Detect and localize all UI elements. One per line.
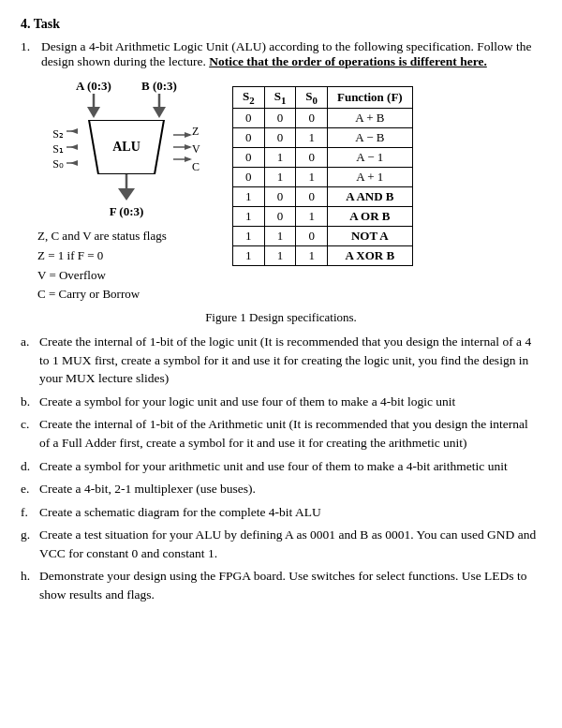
sub-task-item: c.Create the internal of 1-bit of the Ar… (21, 415, 541, 452)
table-cell: 0 (264, 108, 296, 127)
alu-box: ALU (80, 120, 173, 174)
sub-task-label: a. (21, 333, 34, 388)
flag-line2: Z = 1 if F = 0 (37, 246, 215, 266)
svg-marker-16 (185, 156, 192, 162)
task-emphasis: Notice that the order of operations is d… (209, 54, 487, 68)
svg-marker-12 (185, 132, 192, 138)
alu-s2: S₂ (52, 127, 64, 141)
sub-task-item: e.Create a 4-bit, 2-1 multiplexer (use b… (21, 480, 541, 498)
table-cell: 0 (233, 127, 265, 147)
table-cell: 1 (296, 127, 328, 147)
table-cell: 1 (233, 245, 265, 265)
alu-s1: S₁ (52, 142, 64, 156)
svg-marker-5 (70, 128, 78, 134)
sub-tasks-list: a.Create the internal of 1-bit of the lo… (21, 333, 541, 603)
table-cell: 0 (233, 108, 265, 127)
task-description: Design a 4-bit Arithmetic Logic Unit (AL… (41, 39, 541, 69)
alu-output-f: F (0:3) (110, 204, 144, 219)
table-cell: 0 (296, 147, 328, 167)
sub-task-label: d. (21, 457, 34, 476)
svg-marker-7 (70, 144, 78, 150)
section-title: 4. Task (21, 17, 541, 32)
sub-task-text: Create the internal of 1-bit of the logi… (39, 333, 541, 388)
sub-task-text: Create a symbol for your logic unit and … (39, 393, 455, 411)
status-flags: Z, C and V are status flags Z = 1 if F =… (37, 227, 215, 305)
figure-caption: Figure 1 Design specifications. (21, 310, 541, 325)
table-cell: 1 (296, 206, 328, 226)
table-cell: 1 (264, 167, 296, 186)
table-cell: A AND B (327, 186, 412, 206)
sub-task-text: Create a symbol for your arithmetic unit… (39, 457, 508, 476)
col-func: Function (F) (327, 87, 412, 109)
sub-task-label: h. (21, 567, 34, 603)
table-cell: 1 (296, 245, 328, 265)
arrow-output-icon (113, 174, 140, 202)
flag-line4: C = Carry or Borrow (37, 285, 215, 305)
table-cell: 0 (264, 127, 296, 147)
sub-task-text: Create the internal of 1-bit of the Arit… (39, 415, 541, 452)
spec-table: S2 S1 S0 Function (F) 000A + B001A − B01… (232, 86, 413, 266)
svg-marker-1 (87, 107, 100, 118)
alu-s0: S₀ (52, 157, 64, 171)
table-cell: 0 (233, 147, 265, 167)
svg-marker-14 (185, 144, 192, 150)
svg-marker-3 (153, 107, 166, 118)
table-cell: 0 (264, 206, 296, 226)
arrow-b-icon (149, 94, 170, 120)
table-cell: 0 (233, 167, 265, 186)
table-cell: A − 1 (327, 147, 412, 167)
sub-task-text: Create a 4-bit, 2-1 multiplexer (use bus… (39, 480, 256, 498)
alu-output-v: V (192, 142, 200, 156)
sub-task-item: a.Create the internal of 1-bit of the lo… (21, 333, 541, 388)
sub-task-label: b. (21, 393, 34, 411)
sub-task-item: b.Create a symbol for your logic unit an… (21, 393, 541, 411)
alu-diagram: A (0:3) B (0:3) S₂ S₁ S₀ (37, 79, 215, 305)
table-cell: 1 (233, 206, 265, 226)
svg-marker-9 (70, 160, 78, 166)
table-cell: 0 (296, 186, 328, 206)
sub-task-label: e. (21, 480, 34, 498)
table-cell: 1 (296, 167, 328, 186)
alu-output-c: C (192, 160, 200, 174)
sub-task-label: f. (21, 503, 34, 522)
sub-task-item: g.Create a test situation for your ALU b… (21, 526, 541, 562)
alu-input-b: B (0:3) (141, 79, 177, 94)
alu-label: ALU (112, 140, 140, 155)
table-cell: NOT A (327, 226, 412, 245)
sub-task-text: Create a schematic diagram for the compl… (39, 503, 321, 522)
task-number: 1. (21, 39, 36, 69)
alu-right-arrows-icon (173, 122, 192, 172)
table-cell: 1 (264, 226, 296, 245)
sub-task-label: c. (21, 415, 34, 452)
table-cell: 0 (296, 226, 328, 245)
table-cell: 0 (296, 108, 328, 127)
table-cell: A XOR B (327, 245, 412, 265)
sub-task-item: f.Create a schematic diagram for the com… (21, 503, 541, 522)
spec-table-area: S2 S1 S0 Function (F) 000A + B001A − B01… (232, 86, 413, 266)
sub-task-text: Demonstrate your design using the FPGA b… (39, 567, 541, 603)
svg-marker-18 (118, 188, 135, 201)
table-cell: 1 (233, 186, 265, 206)
table-cell: 0 (264, 186, 296, 206)
sub-task-label: g. (21, 526, 34, 562)
alu-output-z: Z (192, 125, 199, 139)
sub-task-text: Create a test situation for your ALU by … (39, 526, 541, 562)
table-cell: 1 (264, 147, 296, 167)
table-cell: A OR B (327, 206, 412, 226)
sub-task-item: h.Demonstrate your design using the FPGA… (21, 567, 541, 603)
col-s1: S1 (264, 87, 296, 109)
table-cell: A − B (327, 127, 412, 147)
alu-left-arrows-icon (65, 122, 80, 172)
table-cell: 1 (264, 245, 296, 265)
col-s0: S0 (296, 87, 328, 109)
sub-task-item: d.Create a symbol for your arithmetic un… (21, 457, 541, 476)
flag-line1: Z, C and V are status flags (37, 227, 215, 246)
table-cell: A + B (327, 108, 412, 127)
table-cell: A + 1 (327, 167, 412, 186)
table-cell: 1 (233, 226, 265, 245)
figure-area: A (0:3) B (0:3) S₂ S₁ S₀ (37, 79, 541, 305)
arrow-a-icon (83, 94, 104, 120)
flag-line3: V = Overflow (37, 266, 215, 286)
col-s2: S2 (233, 87, 265, 109)
alu-input-a: A (0:3) (76, 79, 111, 94)
